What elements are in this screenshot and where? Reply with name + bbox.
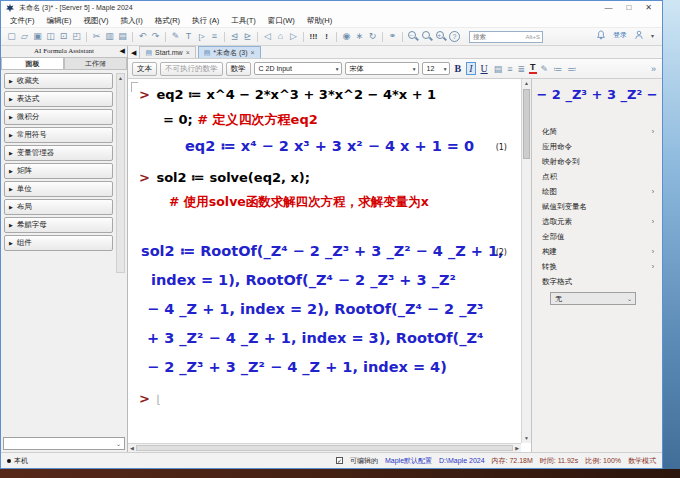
menu-item[interactable]: 帮助(H) xyxy=(301,16,338,26)
context-menu-item[interactable]: 赋值到变量名 xyxy=(532,199,662,214)
horizontal-scrollbar[interactable]: ◀ ▶ xyxy=(128,443,521,452)
undo-icon[interactable]: ↶ xyxy=(137,30,148,43)
restart-icon[interactable]: ↻ xyxy=(367,30,378,43)
vertical-scrollbar[interactable]: ▲ ▼ xyxy=(521,79,531,443)
scroll-down-icon[interactable]: ▼ xyxy=(522,434,531,443)
execute-icon[interactable]: ! xyxy=(321,30,332,43)
palette-item[interactable]: ▶ 常用符号 xyxy=(4,127,113,143)
doc-line-output[interactable]: − 2 _Z³ + 3 _Z² − 4 _Z + 1, index = 4) xyxy=(133,353,521,382)
menu-item[interactable]: 格式(R) xyxy=(149,16,186,26)
sidebar-scrollbar[interactable]: ▲ xyxy=(116,73,125,273)
help-icon[interactable]: ? xyxy=(449,31,460,42)
interrupt-icon[interactable]: ◉ xyxy=(341,30,352,43)
new-document-icon[interactable]: ▢ xyxy=(6,30,17,43)
zoom-reset-icon[interactable] xyxy=(421,30,433,43)
insert-section-icon[interactable]: ≡ xyxy=(209,30,220,43)
login-button[interactable]: 登录 xyxy=(613,30,627,40)
scroll-up-icon[interactable]: ▲ xyxy=(522,79,531,88)
context-menu-item[interactable]: 化简 › xyxy=(532,124,662,139)
context-menu-item[interactable]: 选取元素 › xyxy=(532,214,662,229)
tab-close-icon[interactable]: × xyxy=(186,49,190,56)
home-icon[interactable]: ⌂ xyxy=(275,30,286,43)
back-icon[interactable]: ◁ xyxy=(262,30,273,43)
doc-line-input[interactable]: > eq2 ≔ x^4 − 2*x^3 + 3*x^2 − 4*x + 1 xyxy=(133,82,521,107)
doc-line-input[interactable]: > ⌊ xyxy=(133,386,521,412)
document-canvas[interactable]: > eq2 ≔ x^4 − 2*x^3 + 3*x^2 − 4*x + 1= 0… xyxy=(128,79,521,443)
palette-item[interactable]: ▶ 变量管理器 xyxy=(4,145,113,161)
math-mode-button[interactable]: 数学 xyxy=(226,62,251,76)
indent-section-icon[interactable]: ⊵ xyxy=(242,30,253,43)
editable-checkbox[interactable]: ✓ xyxy=(336,457,343,464)
cut-icon[interactable]: ✂ xyxy=(91,30,102,43)
italic-button[interactable]: I xyxy=(466,62,475,75)
notification-bell-icon[interactable] xyxy=(596,30,606,40)
menu-item[interactable]: 窗口(W) xyxy=(262,16,301,26)
palette-item[interactable]: ▶ 微积分 xyxy=(4,109,113,125)
context-menu-item[interactable]: 绘图 › xyxy=(532,184,662,199)
worksheet-tab[interactable]: ▤ Start.mw × xyxy=(139,46,195,58)
zoom-out-icon[interactable]: − xyxy=(407,30,419,43)
minimize-button[interactable]: — xyxy=(604,2,612,14)
outdent-section-icon[interactable]: ⊴ xyxy=(229,30,240,43)
execute-worksheet-icon[interactable]: !!! xyxy=(308,30,319,43)
doc-line-output[interactable]: + 3 _Z² − 4 _Z + 1, index = 3), RootOf(_… xyxy=(133,324,521,353)
account-caret-icon[interactable]: ▾ xyxy=(651,32,654,39)
open-file-icon[interactable]: ▱ xyxy=(19,30,30,43)
context-menu-item[interactable]: 构建 › xyxy=(532,244,662,259)
forward-icon[interactable]: ▷ xyxy=(288,30,299,43)
zoom-in-icon[interactable]: + xyxy=(435,30,447,43)
insert-drawing-icon[interactable]: ✎ xyxy=(170,30,181,43)
worksheet-tab[interactable]: ▤ *未命名 (3) × xyxy=(198,46,261,58)
sidebar-tab[interactable]: 工作簿 xyxy=(64,57,127,69)
sidebar-tab[interactable]: 面板 xyxy=(1,57,64,69)
close-button[interactable]: ✕ xyxy=(645,2,652,14)
copy-icon[interactable]: ▥ xyxy=(104,30,115,43)
menu-item[interactable]: 视图(V) xyxy=(78,16,115,26)
underline-button[interactable]: U xyxy=(479,63,490,74)
sidebar-bottom-select[interactable]: ⌄ xyxy=(3,437,125,450)
context-menu-item[interactable]: 点积 xyxy=(532,169,662,184)
print-preview-icon[interactable]: ⊡ xyxy=(58,30,69,43)
more-options-icon[interactable]: » xyxy=(651,64,656,74)
redo-icon[interactable]: ↷ xyxy=(150,30,161,43)
palette-item[interactable]: ▶ 单位 xyxy=(4,181,113,197)
context-menu-item[interactable]: 转换 › xyxy=(532,259,662,274)
highlight-pen-icon[interactable]: ✎ xyxy=(540,64,550,74)
doc-line-output[interactable]: − 4 _Z + 1, index = 2), RootOf(_Z⁴ − 2 _… xyxy=(133,295,521,324)
align-right-icon[interactable]: ≣ xyxy=(517,64,527,74)
bold-button[interactable]: B xyxy=(453,63,464,74)
context-menu-item[interactable]: 映射命令到 xyxy=(532,154,662,169)
context-menu-item[interactable]: 应用命令 xyxy=(532,139,662,154)
scrollbar-thumb[interactable] xyxy=(136,445,513,451)
font-family-select[interactable]: 宋体 ▾ xyxy=(345,62,419,75)
debug-icon[interactable]: ∗ xyxy=(354,30,365,43)
align-center-icon[interactable]: ≡ xyxy=(506,64,513,74)
palette-item[interactable]: ▶ 布局 xyxy=(4,199,113,215)
panel-collapse-icon[interactable]: ◀ xyxy=(120,48,125,55)
print-icon[interactable]: ◫ xyxy=(45,30,56,43)
tab-close-icon[interactable]: × xyxy=(251,49,255,56)
bullet-list-icon[interactable]: ≔ xyxy=(552,64,563,74)
doc-line-comment[interactable]: # 使用solve函数求解四次方程，求解变量为x xyxy=(133,190,521,213)
palette-item[interactable]: ▶ 组件 xyxy=(4,235,113,251)
palette-item[interactable]: ▶ 表达式 xyxy=(4,91,113,107)
tab-scroll-left-icon[interactable]: ◀ xyxy=(130,49,139,58)
config-link[interactable]: Maple默认配置 xyxy=(385,456,432,466)
number-format-select[interactable]: 无 ⌄ xyxy=(550,292,636,305)
save-icon[interactable]: ▣ xyxy=(32,30,43,43)
hyperlink-icon[interactable]: ⚭ xyxy=(387,30,398,43)
doc-line-output[interactable]: eq2 ≔ x⁴ − 2 x³ + 3 x² − 4 x + 1 = 0(1) xyxy=(133,132,521,161)
text-color-icon[interactable]: T xyxy=(529,63,537,74)
menu-item[interactable]: 插入(I) xyxy=(115,16,149,26)
insert-text-icon[interactable]: T xyxy=(183,30,194,43)
doc-line-output[interactable]: index = 1), RootOf(_Z⁴ − 2 _Z³ + 3 _Z² xyxy=(133,266,521,295)
maximize-button[interactable]: □ xyxy=(626,2,631,14)
doc-line-output[interactable]: sol2 ≔ RootOf(_Z⁴ − 2 _Z³ + 3 _Z² − 4 _Z… xyxy=(133,237,521,266)
context-menu-item[interactable]: 全部值 xyxy=(532,229,662,244)
scroll-up-icon[interactable]: ▲ xyxy=(117,74,124,82)
text-mode-button[interactable]: 文本 xyxy=(132,62,157,76)
menu-item[interactable]: 执行 (A) xyxy=(186,16,225,26)
account-person-icon[interactable] xyxy=(634,30,644,40)
palette-item[interactable]: ▶ 收藏夹 xyxy=(4,73,113,89)
numbered-list-icon[interactable]: ≕ xyxy=(566,64,577,74)
